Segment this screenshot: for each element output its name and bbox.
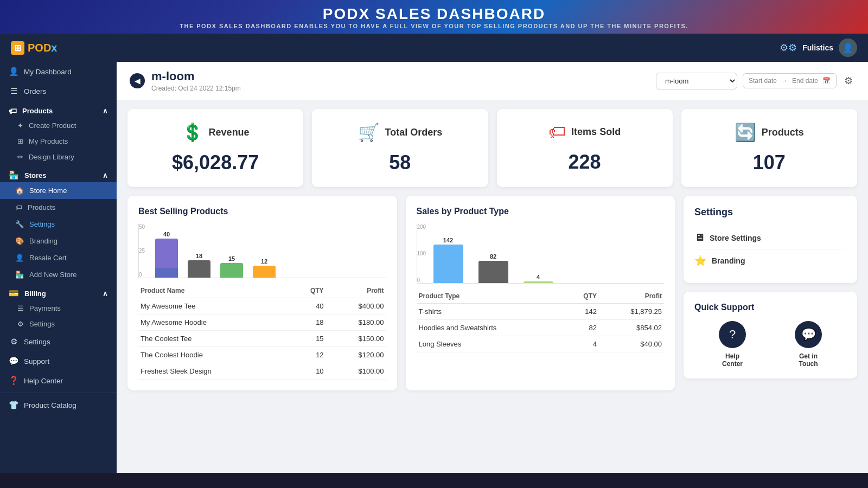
sidebar-item-product-catalog[interactable]: 👕 Product Catalog [0, 395, 117, 415]
best-selling-title: Best Selling Products [138, 207, 386, 216]
sidebar-section-stores[interactable]: 🏪 Stores ∧ [0, 165, 117, 182]
sidebar-store-products[interactable]: 🏷 Products [0, 199, 117, 216]
right-column: Settings 🖥 Store Settings⭐ Branding Quic… [684, 196, 857, 390]
table-row: Long Sleeves 4 $40.00 [417, 336, 665, 352]
stats-grid: 💲 Revenue $6,028.77 🛒 Total Orders 58 🏷 … [117, 100, 868, 196]
items-sold-label: Items Sold [571, 126, 621, 138]
products-value: 107 [753, 151, 786, 174]
billing-settings-icon: ⚙ [17, 320, 24, 328]
hero-subtitle: THE PODX SALES DASHBOARD ENABLES YOU TO … [11, 23, 857, 29]
sidebar-item-settings[interactable]: ⚙ Settings [0, 332, 117, 351]
sidebar-add-store[interactable]: 🏪 Add New Store [0, 266, 117, 283]
stat-card-items-sold: 🏷 Items Sold 228 [497, 109, 673, 187]
sidebar-payments[interactable]: ☰ Payments [0, 300, 117, 316]
settings-link-icon: 🖥 [694, 232, 704, 243]
payments-icon: ☰ [17, 304, 24, 312]
products-icon: 🔄 [735, 122, 756, 143]
total-orders-value: 58 [389, 151, 411, 174]
total-orders-label: Total Orders [385, 127, 443, 138]
sidebar-item-orders[interactable]: ☰ Orders [0, 81, 117, 101]
stores-icon: 🏪 [9, 170, 19, 180]
store-select[interactable]: m-loom [656, 73, 737, 89]
orders-icon: ☰ [9, 86, 18, 96]
date-range[interactable]: Start date → End date 📅 [743, 73, 837, 88]
sidebar-item-my-dashboard[interactable]: 👤 My Dashboard [0, 62, 117, 81]
settings-main-icon: ⚙ [9, 337, 18, 346]
branding-icon: 🎨 [15, 237, 24, 245]
store-created: Created: Oct 24 2022 12:15pm [151, 85, 241, 92]
navbar-user: ⚙⚙ Fulistics 👤 [780, 38, 857, 57]
catalog-icon: 👕 [9, 400, 18, 410]
stat-card-revenue: 💲 Revenue $6,028.77 [127, 109, 303, 187]
settings-link-store-settings[interactable]: 🖥 Store Settings [694, 227, 846, 249]
products-label: Products [762, 127, 804, 138]
sales-type-table: Product TypeQTYProfit T-shirts 142 $1,87… [417, 289, 665, 352]
y-axis: 50250 [139, 224, 145, 278]
revenue-icon: 💲 [182, 122, 203, 143]
chevron-up-icon: ∧ [103, 107, 108, 115]
create-product-icon: ✦ [17, 121, 23, 130]
sidebar-item-help[interactable]: ❓ Help Center [0, 371, 117, 390]
sidebar-item-label: Orders [24, 87, 46, 95]
sidebar-sub-my-products[interactable]: ⊞ My Products [0, 133, 117, 149]
logo: ⊞ PODx [11, 41, 57, 55]
calendar-icon: 📅 [822, 77, 831, 85]
sidebar-item-support[interactable]: 💬 Support [0, 351, 117, 371]
hero-header: PODX SALES DASHBOARD THE PODX SALES DASH… [0, 0, 868, 34]
sales-type-title: Sales by Product Type [417, 207, 665, 216]
charts-grid: Best Selling Products 50250 40 18 15 12 [117, 196, 868, 399]
store-header: ◀ m-loom Created: Oct 24 2022 12:15pm m-… [117, 62, 868, 100]
sidebar-sub-create-product[interactable]: ✦ Create Product [0, 118, 117, 133]
support-btn-help[interactable]: ? HelpCenter [719, 321, 746, 368]
total-orders-icon: 🛒 [358, 122, 380, 143]
sidebar-billing-settings[interactable]: ⚙ Settings [0, 316, 117, 332]
settings-title: Settings [694, 207, 846, 218]
sidebar-section-products[interactable]: 🏷 Products ∧ [0, 101, 117, 118]
user-name: Fulistics [802, 43, 833, 52]
main-layout: 👤 My Dashboard ☰ Orders 🏷 Products ∧ ✦ C… [0, 62, 868, 473]
sidebar-store-branding[interactable]: 🎨 Branding [0, 233, 117, 249]
best-selling-table: Product NameQTYProfit My Awesome Tee 40 … [138, 284, 386, 380]
hero-title: PODX SALES DASHBOARD [11, 5, 857, 23]
items-sold-value: 228 [569, 151, 601, 174]
store-header-left: ◀ m-loom Created: Oct 24 2022 12:15pm [130, 69, 241, 92]
support-btn-get in[interactable]: 💬 Get inTouch [795, 321, 822, 368]
items-sold-icon: 🏷 [548, 122, 566, 142]
sidebar-store-settings[interactable]: 🔧 Settings [0, 216, 117, 233]
table-row: My Awesome Hoodie 18 $180.00 [138, 314, 386, 331]
resale-icon: 👤 [15, 254, 24, 262]
page-settings-gear[interactable]: ⚙ [842, 73, 855, 89]
settings-link-label: Store Settings [710, 234, 761, 242]
content-area: ◀ m-loom Created: Oct 24 2022 12:15pm m-… [117, 62, 868, 473]
table-row: The Coolest Hoodie 12 $120.00 [138, 347, 386, 363]
sidebar-store-home[interactable]: 🏠 Store Home [0, 182, 117, 199]
sidebar-store-resale[interactable]: 👤 Resale Cert [0, 249, 117, 266]
sales-type-bar-chart: 2001000 142 82 4 [417, 224, 665, 284]
store-name: m-loom [151, 69, 241, 84]
quick-support-title: Quick Support [694, 303, 846, 312]
best-selling-bar-chart: 50250 40 18 15 12 [138, 224, 386, 278]
sidebar-sub-design-library[interactable]: ✏ Design Library [0, 149, 117, 165]
sidebar-section-billing[interactable]: 💳 Billing ∧ [0, 283, 117, 300]
design-library-icon: ✏ [17, 153, 23, 161]
sidebar-item-label: My Dashboard [24, 68, 72, 76]
support-icon: ? [719, 321, 746, 348]
store-header-right: m-loom Start date → End date 📅 ⚙ [656, 73, 855, 89]
back-button[interactable]: ◀ [130, 73, 145, 88]
table-row: My Awesome Tee 40 $400.00 [138, 298, 386, 314]
avatar[interactable]: 👤 [839, 38, 857, 57]
dashboard-icon: 👤 [9, 67, 18, 76]
settings-link-branding[interactable]: ⭐ Branding [694, 249, 846, 272]
date-arrow: → [781, 77, 788, 85]
products-icon: 🏷 [9, 106, 17, 115]
settings-link-icon: ⭐ [694, 255, 706, 267]
stat-card-total-orders: 🛒 Total Orders 58 [312, 109, 488, 187]
chevron-up-icon: ∧ [103, 290, 108, 298]
revenue-value: $6,028.77 [172, 151, 259, 174]
support-icon: 💬 [9, 356, 18, 366]
store-home-icon: 🏠 [15, 187, 24, 195]
end-date: End date [792, 77, 818, 85]
bar-group: 12 [253, 258, 276, 278]
settings-icon[interactable]: ⚙⚙ [780, 42, 797, 54]
bar-group: 40 [155, 231, 178, 278]
